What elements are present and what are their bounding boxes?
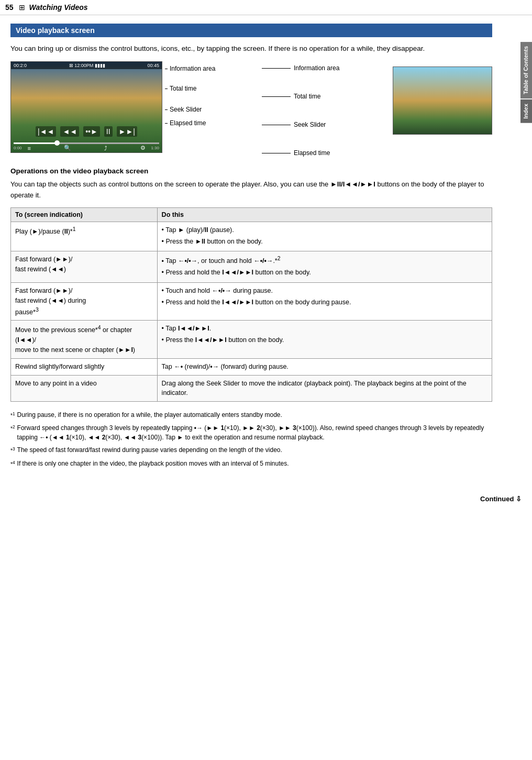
table-row: Move to the previous scene*4 or chapter …: [11, 321, 492, 358]
footnote-4-marker: *4: [10, 459, 15, 469]
footnote-3-marker: *3: [10, 446, 15, 455]
row1-do: Tap ► (play)/II (pause). Press the ►II b…: [157, 222, 492, 251]
toc-tab[interactable]: Table of Contents: [520, 42, 532, 98]
rewind-btn[interactable]: ◄◄: [60, 126, 79, 137]
operations-table: To (screen indication) Do this Play (►)/…: [10, 207, 492, 402]
footnote-1-text: During pause, if there is no operation f…: [17, 410, 282, 420]
anno-seek: Seek Slider: [262, 121, 339, 128]
footnote-1: *1 During pause, if there is no operatio…: [10, 410, 492, 420]
anno-total: Total time: [262, 93, 339, 100]
prev-chapter-btn[interactable]: |◄◄: [36, 126, 56, 137]
footnote-3-text: The speed of fast forward/fast rewind du…: [17, 445, 282, 455]
footnote-2: *2 Forward speed changes through 3 level…: [10, 423, 492, 442]
sub-section-heading: Operations on the video playback screen: [10, 167, 492, 175]
seek-slider-label: Seek Slider: [170, 106, 202, 113]
seek-progress: [14, 142, 57, 144]
row2-bullet2: Press and hold the I◄◄/►►I button on the…: [162, 268, 487, 278]
row3-bullet2: Press and hold the I◄◄/►►I button on the…: [162, 298, 487, 307]
footnote-2-marker: *2: [10, 424, 15, 433]
row6-do: Drag along the Seek Slider to move the i…: [157, 375, 492, 402]
row3-indication: Fast forward (►►)/fast rewind (◄◄) durin…: [11, 283, 158, 321]
video-time-remaining: 00:45: [147, 63, 159, 68]
footnotes: *1 During pause, if there is no operatio…: [10, 410, 492, 469]
next-chapter-btn[interactable]: ►►|: [117, 126, 137, 137]
row1-indication: Play (►)/pause (II)*1: [11, 222, 158, 251]
anno-elapsed-label: Elapsed time: [294, 149, 330, 157]
col2-header: Do this: [157, 207, 492, 222]
anno-labels: Information area Total time Seek Slider …: [262, 61, 339, 157]
video-top-bar: 00:2:0 ⊠ 12:00PM ▮▮▮▮ 00:45: [11, 62, 162, 69]
side-tabs: Table of Contents Index: [520, 42, 532, 123]
menu-icon[interactable]: ≡: [27, 145, 30, 151]
elapsed-time-annotation: Elapsed time: [165, 119, 206, 127]
main-content: Video playback screen You can bring up o…: [0, 15, 503, 490]
continued-label: Continued ⇩: [480, 495, 522, 503]
row4-indication: Move to the previous scene*4 or chapter …: [11, 321, 158, 358]
col1-header: To (screen indication): [11, 207, 158, 222]
seek-bar-area: [14, 142, 159, 144]
table-row: Fast forward (►►)/fast rewind (◄◄) Tap ←…: [11, 251, 492, 283]
row5-do: Tap ←• (rewind)/•→ (forward) during paus…: [157, 358, 492, 375]
row6-indication: Move to any point in a video: [11, 375, 158, 402]
table-row: Fast forward (►►)/fast rewind (◄◄) durin…: [11, 283, 492, 321]
row3-bullet1: Touch and hold ←•/•→ during pause.: [162, 286, 487, 296]
anno-total-label: Total time: [294, 93, 320, 100]
page-footer: Continued ⇩: [0, 490, 532, 508]
footnote-4: *4 If there is only one chapter in the v…: [10, 459, 492, 469]
info-area-annotation: Information area: [165, 65, 215, 72]
video-screenshot-right: [393, 67, 492, 135]
play-pause-btn[interactable]: II: [104, 126, 113, 137]
row1-bullet2: Press the ►II button on the body.: [162, 237, 487, 247]
video-screen[interactable]: 00:2:0 ⊠ 12:00PM ▮▮▮▮ 00:45 |◄◄ ◄◄ ••► I…: [10, 61, 162, 153]
table-row: Play (►)/pause (II)*1 Tap ► (play)/II (p…: [11, 222, 492, 251]
settings-icon[interactable]: ⚙: [140, 145, 146, 151]
row2-do: Tap ←•/•→, or touch and hold ←•/•→.*2 Pr…: [157, 251, 492, 283]
seek-bar[interactable]: [14, 142, 159, 144]
anno-seek-label: Seek Slider: [294, 121, 326, 128]
total-time-label: Total time: [170, 85, 196, 92]
video-controls-bar: |◄◄ ◄◄ ••► II ►►|: [11, 126, 162, 137]
anno-elapsed: Elapsed time: [262, 149, 339, 157]
page-header: 55 ⊞ Watching Videos: [0, 0, 532, 15]
video-mockup: 00:2:0 ⊠ 12:00PM ▮▮▮▮ 00:45 |◄◄ ◄◄ ••► I…: [10, 61, 251, 153]
search-icon[interactable]: 🔍: [64, 145, 71, 151]
row3-do: Touch and hold ←•/•→ during pause. Press…: [157, 283, 492, 321]
row4-bullet2: Press the I◄◄/►►I button on the body.: [162, 335, 487, 345]
row5-indication: Rewind slightly/forward slightly: [11, 358, 158, 375]
total-time-annotation: Total time: [165, 85, 196, 92]
footnote-2-text: Forward speed changes through 3 levels b…: [17, 423, 492, 442]
table-row: Rewind slightly/forward slightly Tap ←• …: [11, 358, 492, 375]
video-area: 00:2:0 ⊠ 12:00PM ▮▮▮▮ 00:45 |◄◄ ◄◄ ••► I…: [10, 61, 492, 157]
elapsed-time-label: Elapsed time: [170, 119, 206, 127]
video-time-elapsed: 00:2:0: [14, 63, 27, 68]
footnote-4-text: If there is only one chapter in the vide…: [17, 459, 289, 468]
footnote-1-marker: *1: [10, 411, 15, 420]
seek-slider-annotation: Seek Slider: [165, 106, 202, 113]
row1-bullet1: Tap ► (play)/II (pause).: [162, 225, 487, 235]
share-icon[interactable]: ⤴: [104, 145, 107, 151]
info-area-label: Information area: [170, 65, 215, 72]
row2-bullet1: Tap ←•/•→, or touch and hold ←•/•→.*2: [162, 255, 487, 266]
video-status-icons: ⊠ 12:00PM ▮▮▮▮: [69, 63, 105, 68]
index-tab[interactable]: Index: [520, 100, 532, 123]
page-number: 55: [5, 3, 14, 12]
intro-text: You can bring up or dismiss the control …: [10, 43, 492, 54]
page-icon: ⊞: [19, 3, 25, 12]
page-title: Watching Videos: [29, 3, 88, 12]
row2-indication: Fast forward (►►)/fast rewind (◄◄): [11, 251, 158, 283]
fast-forward-btn[interactable]: ••►: [83, 126, 100, 137]
operations-text: You can tap the objects such as control …: [10, 179, 492, 201]
anno-info-label: Information area: [294, 64, 339, 72]
row4-bullet1: Tap I◄◄/►►I.: [162, 324, 487, 334]
table-row: Move to any point in a video Drag along …: [11, 375, 492, 402]
footnote-3: *3 The speed of fast forward/fast rewind…: [10, 445, 492, 455]
anno-info: Information area: [262, 64, 339, 72]
section-heading: Video playback screen: [10, 24, 492, 37]
video-bottom-icons: ≡ 🔍 ⤴ ⚙: [11, 145, 162, 151]
row4-do: Tap I◄◄/►►I. Press the I◄◄/►►I button on…: [157, 321, 492, 358]
